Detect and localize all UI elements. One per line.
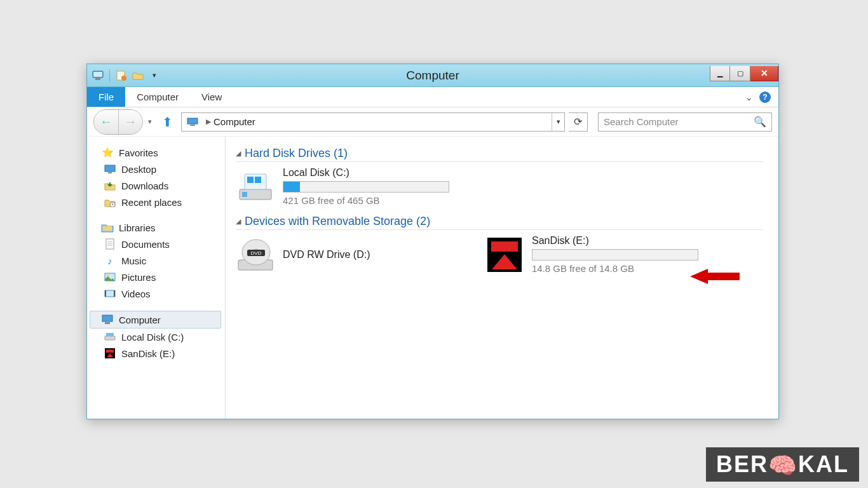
drive-sandisk-e[interactable]: SanDisk (E:) 14.8 GB free of 14.8 GB [485, 235, 705, 274]
sidebar-item-videos[interactable]: Videos [90, 285, 225, 302]
close-button[interactable]: ✕ [750, 66, 778, 81]
forward-button[interactable]: → [118, 110, 142, 134]
svg-rect-7 [105, 165, 115, 172]
svg-rect-21 [105, 336, 115, 340]
sidebar-libraries[interactable]: Libraries [90, 219, 225, 236]
svg-rect-36 [491, 241, 518, 252]
videos-icon [104, 288, 116, 299]
sidebar-item-label: Libraries [119, 222, 156, 233]
drive-info: Local Disk (C:) 421 GB free of 465 GB [283, 167, 456, 206]
sidebar-item-label: Desktop [121, 164, 156, 175]
section-removable-storage[interactable]: ◢ Devices with Removable Storage (2) [236, 215, 763, 230]
sidebar-item-label: Music [121, 255, 146, 266]
svg-rect-26 [242, 192, 247, 197]
computer-icon [101, 314, 114, 325]
sidebar-item-pictures[interactable]: Pictures [90, 269, 225, 285]
svg-rect-16 [105, 290, 115, 297]
window-controls: ▁ ▢ ✕ [710, 70, 778, 81]
breadcrumb-separator-icon: ▶ [206, 118, 211, 126]
search-input[interactable]: Search Computer 🔍 [598, 112, 772, 132]
explorer-window: ▾ Computer ▁ ▢ ✕ File Computer View ⌄ ? … [86, 64, 779, 419]
drive-info: SanDisk (E:) 14.8 GB free of 14.8 GB [532, 235, 705, 274]
nav-history: ← → [93, 109, 143, 135]
back-button[interactable]: ← [94, 110, 118, 134]
sidebar-item-sandisk-e[interactable]: SanDisk (E:) [90, 345, 225, 362]
svg-point-4 [121, 76, 126, 81]
usb-drive-icon [485, 236, 524, 273]
collapse-icon: ◢ [236, 217, 241, 226]
sidebar-item-label: Documents [121, 239, 170, 250]
minimize-button[interactable]: ▁ [710, 66, 730, 81]
sidebar-group-libraries: Libraries Documents ♪ Music Pictures [90, 219, 225, 302]
qat-dropdown-icon[interactable]: ▾ [147, 69, 161, 83]
svg-rect-19 [102, 315, 112, 322]
svg-rect-29 [255, 177, 261, 183]
tab-computer[interactable]: Computer [125, 87, 190, 107]
properties-icon[interactable] [114, 69, 128, 83]
svg-text:DVD: DVD [251, 250, 262, 256]
dvd-drive-icon: DVD [236, 236, 275, 273]
titlebar: ▾ Computer ▁ ▢ ✕ [87, 64, 778, 87]
drive-name: SanDisk (E:) [532, 235, 705, 247]
sidebar-item-label: Pictures [121, 272, 156, 283]
refresh-button[interactable]: ⟳ [569, 112, 588, 132]
svg-rect-24 [106, 349, 114, 353]
sidebar-item-recent[interactable]: Recent places [90, 194, 225, 210]
sidebar-item-desktop[interactable]: Desktop [90, 161, 225, 177]
navigation-toolbar: ← → ▾ ⬆ ▶ Computer ▾ ⟳ Search Computer 🔍 [87, 107, 778, 137]
window-title: Computer [87, 69, 778, 83]
svg-rect-6 [190, 125, 195, 126]
drive-free-text: 14.8 GB free of 14.8 GB [532, 263, 705, 274]
drive-local-disk-c[interactable]: Local Disk (C:) 421 GB free of 465 GB [236, 167, 456, 206]
address-bar[interactable]: ▶ Computer ▾ [181, 112, 565, 132]
sidebar-favorites[interactable]: ⭐ Favorites [90, 144, 225, 161]
sidebar-item-local-disk-c[interactable]: Local Disk (C:) [90, 329, 225, 345]
sidebar-item-label: Computer [119, 315, 161, 325]
watermark-text: BER🧠KAL [716, 451, 849, 477]
sidebar-item-label: Videos [121, 288, 151, 299]
tab-file[interactable]: File [87, 87, 125, 107]
svg-rect-28 [247, 177, 254, 183]
drive-name: DVD RW Drive (D:) [283, 249, 456, 261]
ribbon-collapse-icon[interactable]: ⌄ [745, 92, 753, 102]
svg-rect-8 [108, 172, 112, 173]
libraries-icon [101, 222, 114, 233]
history-dropdown-icon[interactable]: ▾ [148, 118, 152, 126]
drive-dvd-rw-d[interactable]: DVD DVD RW Drive (D:) [236, 235, 456, 274]
sidebar-item-music[interactable]: ♪ Music [90, 252, 225, 269]
svg-rect-22 [106, 333, 114, 336]
watermark: BER🧠KAL [706, 447, 859, 482]
maximize-button[interactable]: ▢ [730, 66, 750, 81]
sidebar-item-downloads[interactable]: Downloads [90, 177, 225, 194]
music-icon: ♪ [104, 255, 116, 266]
sidebar-item-label: SanDisk (E:) [121, 348, 175, 359]
sidebar-item-documents[interactable]: Documents [90, 236, 225, 252]
address-dropdown-icon[interactable]: ▾ [552, 113, 564, 131]
quick-access-toolbar: ▾ [87, 69, 161, 83]
help-icon[interactable]: ? [759, 92, 771, 103]
breadcrumb-location[interactable]: Computer [214, 116, 255, 127]
section-hard-disk-drives[interactable]: ◢ Hard Disk Drives (1) [236, 147, 763, 162]
pictures-icon [104, 271, 116, 283]
search-icon: 🔍 [754, 116, 766, 128]
svg-rect-17 [105, 290, 106, 297]
sidebar-group-favorites: ⭐ Favorites Desktop Downloads [90, 144, 225, 210]
section-heading: Devices with Removable Storage (2) [245, 215, 430, 228]
collapse-icon: ◢ [236, 149, 241, 158]
drive-icon [104, 331, 116, 342]
svg-rect-5 [187, 118, 198, 124]
star-icon: ⭐ [101, 147, 114, 158]
svg-rect-10 [106, 239, 114, 249]
documents-icon [104, 238, 116, 250]
usage-bar [532, 249, 698, 261]
tab-view[interactable]: View [190, 87, 233, 107]
sidebar-item-label: Favorites [119, 147, 158, 158]
new-folder-icon[interactable] [131, 69, 145, 83]
search-placeholder: Search Computer [604, 116, 679, 127]
section-heading: Hard Disk Drives (1) [245, 147, 348, 160]
up-button[interactable]: ⬆ [159, 114, 175, 130]
usage-bar-fill [283, 182, 300, 192]
content-pane: ◢ Hard Disk Drives (1) Local Disk (C:) 4… [226, 137, 778, 419]
sidebar-computer[interactable]: Computer [90, 311, 221, 329]
svg-rect-2 [95, 78, 100, 80]
